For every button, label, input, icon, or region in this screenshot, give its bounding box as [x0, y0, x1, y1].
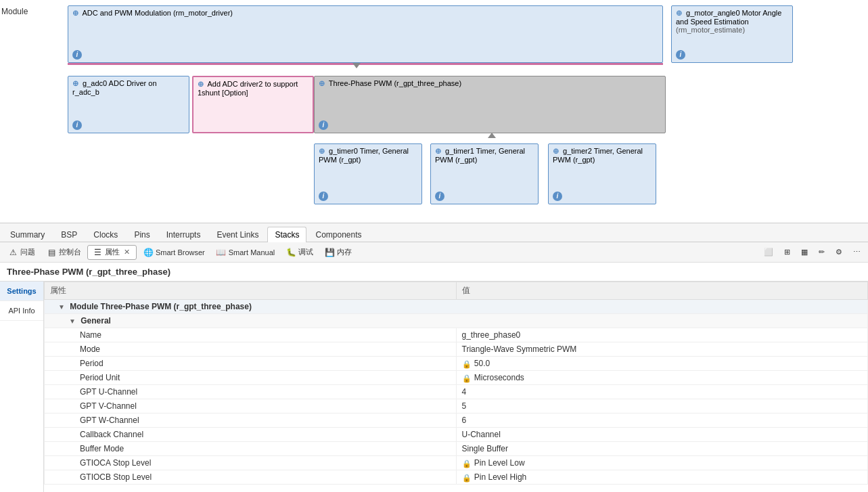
diag-box-motor-angle[interactable]: ⊕ g_motor_angle0 Motor Angle and Speed E…	[671, 5, 793, 63]
prop-callback-value[interactable]: U-Channel	[456, 428, 868, 442]
diag-box-timer0-title: g_timer0 Timer, General PWM (r_gpt)	[319, 147, 409, 164]
info-icon-timer0[interactable]: i	[319, 192, 328, 201]
toolbar-btn-debug[interactable]: 🐛 调试	[281, 245, 318, 260]
toolbar-btn-r5[interactable]: ⚙	[831, 246, 847, 259]
table-row-callback[interactable]: Callback Channel U-Channel	[45, 428, 868, 442]
prop-period-value[interactable]: 🔒 50.0	[456, 357, 868, 371]
toolbar-btn-r1[interactable]: ⬜	[759, 246, 778, 259]
module-row-label[interactable]: ▼ Module Three-Phase PWM (r_gpt_three_ph…	[45, 300, 868, 314]
table-row-gtiocb[interactable]: GTIOCB Stop Level 🔒 Pin Level High	[45, 470, 868, 485]
info-icon-timer2[interactable]: i	[553, 192, 562, 201]
props-area[interactable]: 属性 值 ▼ Module Three-Phase PWM (r_gpt_thr…	[44, 282, 868, 492]
section-general-label[interactable]: ▼ General	[45, 314, 868, 328]
tab-summary[interactable]: Summary	[3, 227, 52, 242]
module-row-text: Module Three-Phase PWM (r_gpt_three_phas…	[70, 302, 252, 311]
prop-period-unit-value[interactable]: 🔒 Microseconds	[456, 371, 868, 385]
prop-gpt-v-value[interactable]: 5	[456, 399, 868, 413]
module-expand-arrow[interactable]: ▼	[58, 303, 65, 311]
prop-gtioca-value[interactable]: 🔒 Pin Level Low	[456, 456, 868, 470]
tab-pins[interactable]: Pins	[127, 227, 157, 242]
prop-gpt-w-value[interactable]: 6	[456, 413, 868, 428]
page-title: Three-Phase PWM (r_gpt_three_phase)	[7, 267, 170, 277]
prop-period-unit-label: Period Unit	[45, 371, 457, 385]
tab-clocks[interactable]: Clocks	[86, 227, 125, 242]
prop-gpt-u-value[interactable]: 4	[456, 385, 868, 399]
table-row-period-unit[interactable]: Period Unit 🔒 Microseconds	[45, 371, 868, 385]
props-close-btn[interactable]: ✕	[122, 247, 132, 257]
tab-components[interactable]: Components	[308, 227, 369, 242]
tab-stacks[interactable]: Stacks	[267, 227, 306, 242]
info-icon-adc[interactable]: i	[72, 50, 82, 60]
table-row-gpt-u[interactable]: GPT U-Channel 4	[45, 385, 868, 399]
prop-gpt-w-label: GPT W-Channel	[45, 413, 457, 428]
diag-box-timer1[interactable]: ⊕ g_timer1 Timer, General PWM (r_gpt) i	[430, 143, 539, 204]
prop-mode-value[interactable]: Triangle-Wave Symmetric PWM	[456, 342, 868, 357]
toolbar-btn-smart-browser[interactable]: 🌐 Smart Browser	[138, 245, 210, 260]
sidebar-settings-label: Settings	[7, 287, 36, 295]
table-row-gtioca[interactable]: GTIOCA Stop Level 🔒 Pin Level Low	[45, 456, 868, 470]
diagram-scroll[interactable]: Module ⊕ ADC and PWM Modulation (rm_moto…	[0, 0, 868, 223]
prop-gtiocb-value[interactable]: 🔒 Pin Level High	[456, 470, 868, 485]
diag-box-three-phase[interactable]: ⊕ Three-Phase PWM (r_gpt_three_phase) i	[314, 76, 666, 133]
diag-box-add-adc-title: Add ADC driver2 to support 1shunt [Optio…	[198, 80, 298, 97]
props-icon: ☰	[92, 247, 103, 258]
table-row-module[interactable]: ▼ Module Three-Phase PWM (r_gpt_three_ph…	[45, 300, 868, 314]
main-content: Settings API Info 属性 值 ▼ Module Three-Ph…	[0, 282, 868, 492]
diagram-hscrollbar[interactable]	[0, 223, 868, 223]
info-icon-motor[interactable]: i	[676, 50, 685, 60]
toolbar-props-label: 属性	[105, 247, 120, 257]
toolbar-btn-props[interactable]: ☰ 属性 ✕	[87, 245, 137, 260]
table-row-period[interactable]: Period 🔒 50.0	[45, 357, 868, 371]
diag-box-motor-subtitle: (rm_motor_estimate)	[676, 26, 745, 34]
table-row-gpt-v[interactable]: GPT V-Channel 5	[45, 399, 868, 413]
diag-box-adc-driver[interactable]: ⊕ g_adc0 ADC Driver on r_adc_b i	[68, 76, 189, 133]
toolbar-btn-memory[interactable]: 💾 内存	[319, 245, 357, 260]
toolbar-btn-r3[interactable]: ▦	[796, 246, 813, 259]
props-table: 属性 值 ▼ Module Three-Phase PWM (r_gpt_thr…	[44, 282, 868, 485]
info-icon-three-phase[interactable]: i	[319, 120, 328, 130]
col-header-value: 值	[456, 282, 868, 300]
tab-bsp[interactable]: BSP	[53, 227, 85, 242]
toolbar-btn-r2[interactable]: ⊞	[779, 246, 795, 259]
toolbar-btn-console[interactable]: ▤ 控制台	[41, 245, 86, 260]
diag-box-adc-driver-title: g_adc0 ADC Driver on r_adc_b	[72, 79, 157, 96]
lock-icon-gtiocb: 🔒	[462, 474, 470, 482]
toolbar-btn-smart-manual[interactable]: 📖 Smart Manual	[211, 245, 279, 260]
sidebar-tab-api-info[interactable]: API Info	[0, 301, 43, 321]
lock-icon-period-unit: 🔒	[462, 374, 470, 382]
prop-callback-label: Callback Channel	[45, 428, 457, 442]
diag-box-timer2[interactable]: ⊕ g_timer2 Timer, General PWM (r_gpt) i	[548, 143, 656, 204]
toolbar-right: ⬜ ⊞ ▦ ✏ ⚙ ⋯	[759, 246, 865, 259]
table-row-mode[interactable]: Mode Triangle-Wave Symmetric PWM	[45, 342, 868, 357]
toolbar-btn-wenti[interactable]: ⚠ 问题	[3, 245, 40, 260]
table-row-buffer-mode[interactable]: Buffer Mode Single Buffer	[45, 442, 868, 456]
toolbar-btn-r6[interactable]: ⋯	[848, 246, 865, 259]
diag-box-timer0[interactable]: ⊕ g_timer0 Timer, General PWM (r_gpt) i	[314, 143, 422, 204]
prop-period-label: Period	[45, 357, 457, 371]
lock-icon-gtioca: 🔒	[462, 460, 470, 468]
connector-v-2	[5, 19, 6, 32]
diagram-area: Module ⊕ ADC and PWM Modulation (rm_moto…	[0, 0, 868, 223]
info-icon-timer1[interactable]: i	[435, 192, 444, 201]
cross-icon-motor: ⊕	[676, 9, 682, 17]
prop-buffer-mode-value[interactable]: Single Buffer	[456, 442, 868, 456]
diag-box-add-adc[interactable]: ⊕ Add ADC driver2 to support 1shunt [Opt…	[192, 76, 314, 133]
toolbar-btn-r4[interactable]: ✏	[814, 246, 829, 259]
diag-box-adc-pwm[interactable]: ⊕ ADC and PWM Modulation (rm_motor_drive…	[68, 5, 663, 63]
table-row-gpt-w[interactable]: GPT W-Channel 6	[45, 413, 868, 428]
cross-icon-adc: ⊕	[72, 9, 78, 17]
console-icon: ▤	[46, 247, 57, 258]
toolbar-smart-browser-label: Smart Browser	[156, 248, 205, 256]
table-row-name[interactable]: Name g_three_phase0	[45, 328, 868, 342]
tab-event-links[interactable]: Event Links	[209, 227, 266, 242]
tab-interrupts[interactable]: Interrupts	[159, 227, 208, 242]
prop-name-value[interactable]: g_three_phase0	[456, 328, 868, 342]
prop-mode-label: Mode	[45, 342, 457, 357]
table-row-general[interactable]: ▼ General	[45, 314, 868, 328]
sidebar-tab-settings[interactable]: Settings	[0, 282, 43, 301]
diagram-content: Module ⊕ ADC and PWM Modulation (rm_moto…	[0, 0, 868, 223]
diag-box-timer1-title: g_timer1 Timer, General PWM (r_gpt)	[435, 147, 525, 164]
cross-icon-timer2: ⊕	[553, 147, 559, 155]
info-icon-adc-driver[interactable]: i	[72, 120, 82, 130]
general-expand-arrow[interactable]: ▼	[69, 317, 76, 325]
